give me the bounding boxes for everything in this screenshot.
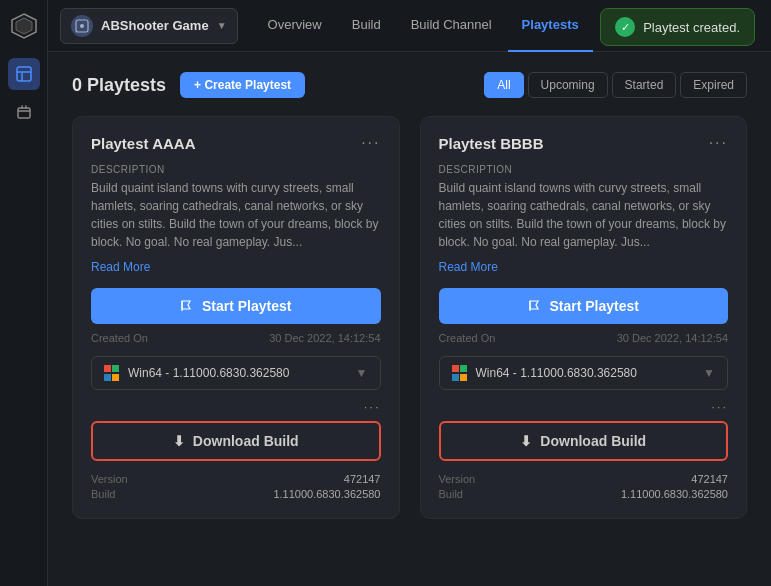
card-a-header: Playtest AAAA ··· <box>91 135 381 154</box>
card-b-read-more[interactable]: Read More <box>439 260 498 274</box>
filter-all[interactable]: All <box>484 72 523 98</box>
card-a-download-button[interactable]: ⬇ Download Build <box>91 421 381 461</box>
cards-grid: Playtest AAAA ··· Description Build quai… <box>72 116 747 519</box>
card-b-meta: Version 472147 Build 1.11000.6830.362580 <box>439 473 729 500</box>
card-b-download-label: Download Build <box>540 433 646 449</box>
card-a-more-row: ··· <box>91 400 381 413</box>
svg-point-7 <box>80 24 84 28</box>
card-b-more-button[interactable]: ··· <box>709 135 728 151</box>
build-selector-chevron-icon-b: ▼ <box>703 366 715 380</box>
build-selector-chevron-icon: ▼ <box>356 366 368 380</box>
card-b-build-left: Win64 - 1.11000.6830.362580 <box>452 365 637 381</box>
card-a-created-date: 30 Dec 2022, 14:12:54 <box>269 332 380 344</box>
windows-icon <box>104 365 120 381</box>
card-a-build-row-value: 1.11000.6830.362580 <box>273 488 380 500</box>
download-icon-b: ⬇ <box>520 433 532 449</box>
card-b-title: Playtest BBBB <box>439 135 544 152</box>
app-name: ABShooter Game <box>101 18 209 33</box>
filter-expired[interactable]: Expired <box>680 72 747 98</box>
toast-notification: ✓ Playtest created. <box>600 8 755 46</box>
page-header-left: 0 Playtests + Create Playtest <box>72 72 305 98</box>
card-b-build-row: Build 1.11000.6830.362580 <box>439 488 729 500</box>
content-area: 0 Playtests + Create Playtest All Upcomi… <box>48 52 771 586</box>
card-a-created-label: Created On <box>91 332 148 344</box>
main-area: ABShooter Game ▼ Overview Build Build Ch… <box>48 0 771 586</box>
card-a-build-label: Win64 - 1.11000.6830.362580 <box>128 366 289 380</box>
card-b-version-row: Version 472147 <box>439 473 729 485</box>
card-a-start-button[interactable]: Start Playtest <box>91 288 381 324</box>
package-icon[interactable] <box>8 96 40 128</box>
tab-build-channel[interactable]: Build Channel <box>397 0 506 52</box>
card-b-version-label: Version <box>439 473 476 485</box>
card-b-more-row: ··· <box>439 400 729 413</box>
card-b-created-label: Created On <box>439 332 496 344</box>
tab-overview[interactable]: Overview <box>254 0 336 52</box>
sidebar <box>0 0 48 586</box>
card-a-build-left: Win64 - 1.11000.6830.362580 <box>104 365 289 381</box>
page-title: 0 Playtests <box>72 75 166 96</box>
toast-message: Playtest created. <box>643 20 740 35</box>
filter-tabs: All Upcoming Started Expired <box>484 72 747 98</box>
flag-icon-b <box>528 299 542 313</box>
svg-rect-5 <box>18 108 30 118</box>
svg-marker-1 <box>16 18 32 34</box>
card-b-version-value: 472147 <box>691 473 728 485</box>
nav-tabs: Overview Build Build Channel Playtests <box>254 0 593 51</box>
app-selector[interactable]: ABShooter Game ▼ <box>60 8 238 44</box>
card-b-build-row-value: 1.11000.6830.362580 <box>621 488 728 500</box>
windows-icon-b <box>452 365 468 381</box>
card-b-header: Playtest BBBB ··· <box>439 135 729 154</box>
card-b-download-button[interactable]: ⬇ Download Build <box>439 421 729 461</box>
playtest-card-a: Playtest AAAA ··· Description Build quai… <box>72 116 400 519</box>
chevron-down-icon: ▼ <box>217 20 227 31</box>
card-a-description: Build quaint island towns with curvy str… <box>91 179 381 251</box>
download-icon: ⬇ <box>173 433 185 449</box>
card-a-more-button[interactable]: ··· <box>361 135 380 151</box>
card-a-created-row: Created On 30 Dec 2022, 14:12:54 <box>91 332 381 344</box>
card-a-desc-label: Description <box>91 164 381 175</box>
card-a-read-more[interactable]: Read More <box>91 260 150 274</box>
card-b-build-row-label: Build <box>439 488 463 500</box>
card-b-created-date: 30 Dec 2022, 14:12:54 <box>617 332 728 344</box>
card-a-options-button[interactable]: ··· <box>364 400 381 413</box>
logo-icon <box>8 10 40 42</box>
card-a-build-selector[interactable]: Win64 - 1.11000.6830.362580 ▼ <box>91 356 381 390</box>
card-b-desc-label: Description <box>439 164 729 175</box>
toast-check-icon: ✓ <box>615 17 635 37</box>
card-a-meta: Version 472147 Build 1.11000.6830.362580 <box>91 473 381 500</box>
card-a-download-label: Download Build <box>193 433 299 449</box>
filter-started[interactable]: Started <box>612 72 677 98</box>
home-icon[interactable] <box>8 58 40 90</box>
card-b-build-label: Win64 - 1.11000.6830.362580 <box>476 366 637 380</box>
card-a-start-label: Start Playtest <box>202 298 291 314</box>
card-b-options-button[interactable]: ··· <box>711 400 728 413</box>
flag-icon <box>180 299 194 313</box>
svg-rect-2 <box>17 67 31 81</box>
create-playtest-button[interactable]: + Create Playtest <box>180 72 305 98</box>
card-a-build-row-label: Build <box>91 488 115 500</box>
card-b-created-row: Created On 30 Dec 2022, 14:12:54 <box>439 332 729 344</box>
card-b-build-selector[interactable]: Win64 - 1.11000.6830.362580 ▼ <box>439 356 729 390</box>
card-a-title: Playtest AAAA <box>91 135 195 152</box>
tab-build[interactable]: Build <box>338 0 395 52</box>
playtest-card-b: Playtest BBBB ··· Description Build quai… <box>420 116 748 519</box>
topnav: ABShooter Game ▼ Overview Build Build Ch… <box>48 0 771 52</box>
card-a-version-label: Version <box>91 473 128 485</box>
card-b-start-button[interactable]: Start Playtest <box>439 288 729 324</box>
tab-playtests[interactable]: Playtests <box>508 0 593 52</box>
card-b-description: Build quaint island towns with curvy str… <box>439 179 729 251</box>
card-a-version-value: 472147 <box>344 473 381 485</box>
card-b-start-label: Start Playtest <box>550 298 639 314</box>
page-header: 0 Playtests + Create Playtest All Upcomi… <box>72 72 747 98</box>
filter-upcoming[interactable]: Upcoming <box>528 72 608 98</box>
app-icon <box>71 15 93 37</box>
card-a-version-row: Version 472147 <box>91 473 381 485</box>
card-a-build-row: Build 1.11000.6830.362580 <box>91 488 381 500</box>
